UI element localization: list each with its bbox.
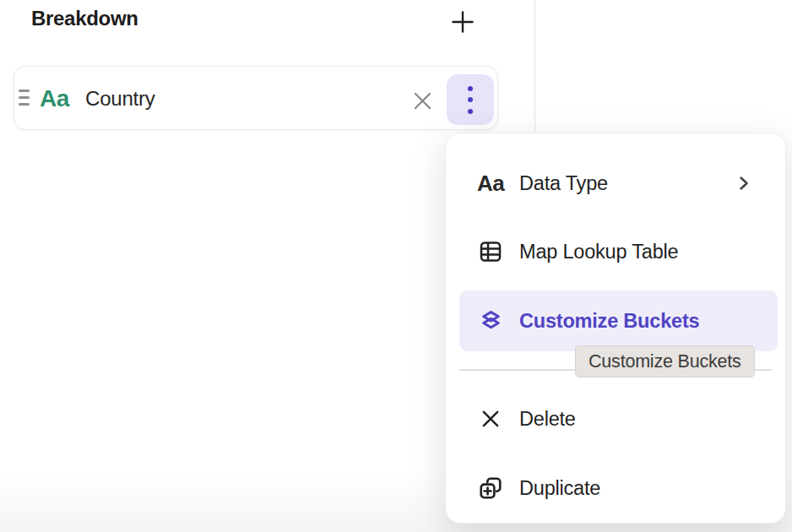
page-title: Breakdown (31, 7, 138, 30)
kebab-menu-icon (468, 86, 473, 91)
text-type-icon: Aa (40, 67, 69, 131)
breakdown-field-card: Aa Country (14, 66, 498, 130)
field-menu-button[interactable] (447, 74, 494, 125)
duplicate-icon (476, 474, 505, 502)
remove-field-button[interactable] (410, 89, 434, 112)
customize-buckets-tooltip: Customize Buckets (575, 345, 755, 377)
pane-divider (534, 0, 535, 133)
x-icon (412, 90, 433, 111)
menu-item-label: Duplicate (519, 477, 600, 500)
menu-item-label: Delete (519, 408, 576, 431)
menu-item-map-lookup-table[interactable]: Map Lookup Table (459, 221, 778, 282)
menu-item-duplicate[interactable]: Duplicate (459, 458, 778, 518)
add-breakdown-button[interactable] (447, 6, 479, 38)
menu-item-label: Map Lookup Table (519, 241, 678, 263)
text-type-icon: Aa (476, 169, 505, 198)
menu-item-delete[interactable]: Delete (459, 388, 778, 449)
menu-item-label: Data Type (519, 172, 608, 195)
layers-icon (476, 307, 505, 335)
plus-icon (450, 9, 475, 35)
x-icon (476, 404, 505, 433)
chevron-right-icon (735, 175, 752, 192)
menu-item-data-type[interactable]: Aa Data Type (459, 153, 778, 214)
breakdown-panel: Breakdown Aa Country Aa Data Type (0, 0, 792, 532)
field-name-label: Country (85, 67, 155, 131)
menu-item-customize-buckets[interactable]: Customize Buckets (459, 290, 778, 351)
table-icon (476, 237, 505, 266)
drag-handle-icon[interactable] (19, 90, 30, 108)
menu-item-label: Customize Buckets (519, 310, 699, 333)
field-context-menu: Aa Data Type Map Lookup Table (445, 133, 786, 524)
